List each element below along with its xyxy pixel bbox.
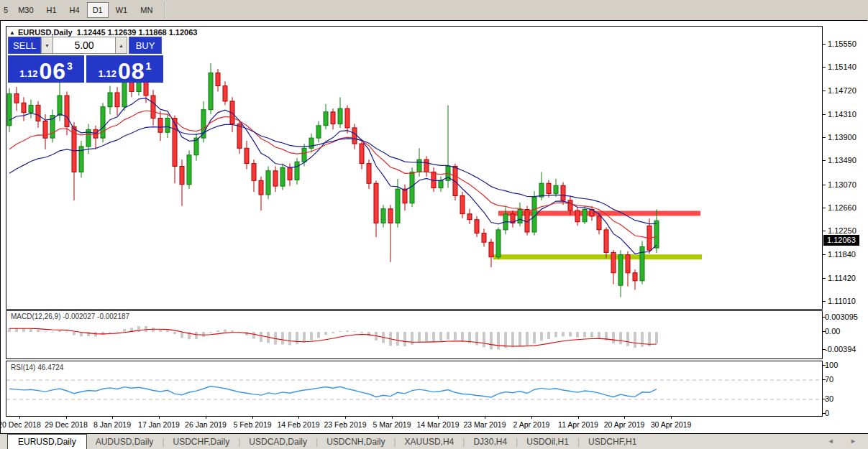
symbol-tab-usdchf-daily[interactable]: USDCHF,Daily <box>165 435 239 448</box>
macd-histogram-bar <box>101 332 104 335</box>
candle-body <box>618 255 623 286</box>
tf-button-w1[interactable]: W1 <box>110 2 134 18</box>
date-tick-mark <box>485 416 485 419</box>
macd-histogram-bar <box>116 332 119 333</box>
symbol-tab-eurusd-daily[interactable]: EURUSD,Daily <box>7 434 87 449</box>
volume-increase-button[interactable]: ▲ <box>115 37 127 54</box>
candle-body <box>460 196 465 214</box>
macd-histogram-bar <box>403 332 406 346</box>
macd-histogram-bar <box>626 332 629 346</box>
candle-body <box>388 209 393 223</box>
macd-histogram-bar <box>288 332 291 345</box>
macd-tick-label: 0.00 <box>825 327 840 335</box>
macd-histogram-bar <box>454 332 457 340</box>
sell-price-box[interactable]: 1.12 06 3 <box>8 55 84 83</box>
macd-histogram-bar <box>252 332 255 338</box>
macd-histogram-bar <box>590 332 593 338</box>
candle-body <box>611 252 616 272</box>
tf-button-m30[interactable]: M30 <box>12 2 39 18</box>
candle-body <box>345 108 350 128</box>
price-tick-label: 1.13490 <box>828 156 856 165</box>
price-tick-label: 1.14310 <box>828 110 856 119</box>
macd-histogram-bar <box>634 332 636 348</box>
candle-body <box>108 93 112 107</box>
macd-histogram-bar <box>73 332 76 335</box>
macd-histogram-bar <box>216 330 219 332</box>
macd-histogram-bar <box>58 330 61 332</box>
candle-body <box>568 200 572 210</box>
price-tick-mark <box>822 137 826 138</box>
candle-body <box>252 164 256 181</box>
symbol-tab-xauusd-h4[interactable]: XAUUSD,H4 <box>396 435 463 448</box>
candle-body <box>165 119 170 133</box>
buy-price-box[interactable]: 1.12 08 1 <box>86 55 163 83</box>
current-price-tag: 1.12063 <box>823 235 859 246</box>
date-tick-mark <box>438 416 439 419</box>
candle-body <box>417 159 421 172</box>
candle-body <box>374 183 378 223</box>
macd-histogram-bar <box>483 332 485 347</box>
macd-histogram-bar <box>461 332 464 342</box>
date-tick-label: 5 Mar 2019 <box>373 420 411 429</box>
candle-body <box>547 183 551 193</box>
candle-body <box>475 220 479 233</box>
tf-button-mn[interactable]: MN <box>134 2 158 18</box>
candle-body <box>539 183 544 197</box>
macd-histogram-bar <box>65 331 68 332</box>
candle-body <box>554 185 558 193</box>
tab-scroll-arrows[interactable]: ◄ ► <box>828 438 864 445</box>
rsi-label: RSI(14) 46.4724 <box>11 364 63 371</box>
macd-histogram-bar <box>22 329 25 332</box>
macd-histogram-bar <box>518 332 521 346</box>
price-tick-label: 1.13070 <box>828 180 856 189</box>
volume-input[interactable]: 5.00 <box>53 37 115 54</box>
candle-body <box>259 180 263 195</box>
support-line <box>493 254 702 259</box>
candle-body <box>561 185 565 200</box>
mt4-window: 5 M30 H1 H4 D1 W1 MN ▲EURUSD,Daily 1.124… <box>0 0 868 449</box>
moving-average-17 <box>9 111 657 239</box>
macd-histogram-bar <box>598 332 600 338</box>
tf-button-d1[interactable]: D1 <box>87 2 109 18</box>
macd-histogram-bar <box>37 330 40 332</box>
tf-button-m5[interactable]: 5 <box>1 2 11 18</box>
symbol-tab-audusd-daily[interactable]: AUDUSD,Daily <box>87 435 163 448</box>
symbol-tab-usdchf-h1[interactable]: USDCHF,H1 <box>580 435 645 448</box>
symbol-tab-usdcad-daily[interactable]: USDCAD,Daily <box>240 435 316 448</box>
symbol-tab-dj30-h4[interactable]: DJ30,H4 <box>465 435 516 448</box>
rsi-tick-label: 70 <box>825 375 833 384</box>
collapse-triangle-icon[interactable]: ▲ <box>9 29 15 36</box>
macd-histogram-bar <box>303 332 306 343</box>
sell-button[interactable]: SELL <box>8 37 41 54</box>
candle-body <box>101 107 105 138</box>
price-tick-label: 1.12660 <box>828 203 856 212</box>
candle-body <box>151 96 155 119</box>
macd-histogram-bar <box>475 332 478 346</box>
price-tick-mark <box>822 231 826 231</box>
candle-body <box>424 159 429 172</box>
macd-histogram-bar <box>281 332 284 345</box>
macd-histogram-bar <box>109 332 111 333</box>
candle-body <box>604 230 608 253</box>
macd-histogram-bar <box>425 332 428 341</box>
macd-histogram-bar <box>310 332 313 341</box>
macd-histogram-bar <box>44 332 47 333</box>
symbol-tab-usdoil-h1[interactable]: USDOil,H1 <box>518 435 577 448</box>
candle-body <box>338 108 342 124</box>
tf-button-h1[interactable]: H1 <box>41 2 63 18</box>
candle-body <box>439 180 443 188</box>
symbol-tab-usdcnh-daily[interactable]: USDCNH,Daily <box>318 435 393 448</box>
rsi-tick-label: 0 <box>825 409 829 417</box>
candle-body <box>496 230 501 257</box>
macd-histogram-bar <box>418 332 421 343</box>
candle-body <box>173 119 177 167</box>
macd-histogram-bar <box>317 332 320 338</box>
candle-body <box>22 103 26 112</box>
tf-button-h4[interactable]: H4 <box>64 2 86 18</box>
volume-decrease-button[interactable]: ▼ <box>41 37 53 54</box>
macd-histogram-bar <box>547 332 550 339</box>
price-tick-label: 1.13900 <box>828 133 856 142</box>
price-tick-mark <box>822 160 826 161</box>
macd-histogram-bar <box>576 332 579 338</box>
buy-button[interactable]: BUY <box>129 37 162 54</box>
